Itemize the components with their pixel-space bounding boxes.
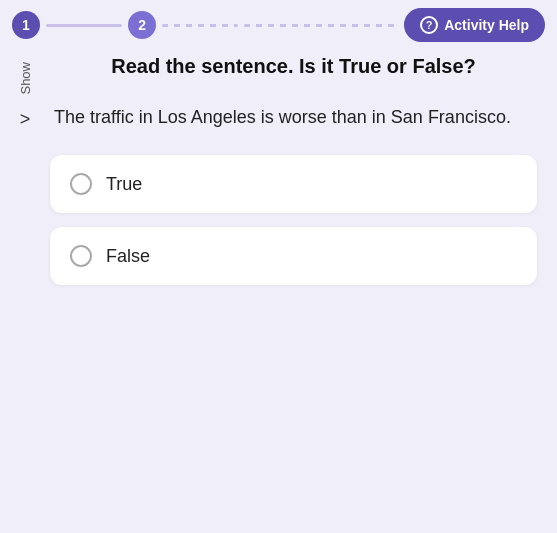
step-1-label: 1: [22, 17, 30, 33]
option-false-label: False: [106, 246, 150, 267]
sidebar: Show >: [0, 42, 50, 319]
activity-help-button[interactable]: ? Activity Help: [404, 8, 545, 42]
instruction-text: Read the sentence. Is it True or False?: [50, 52, 537, 80]
step-1-circle: 1: [12, 11, 40, 39]
progress-line-1: [46, 24, 122, 27]
option-false[interactable]: False: [50, 227, 537, 285]
show-label: Show: [18, 62, 33, 95]
question-mark-text: ?: [426, 19, 433, 31]
content-area: Read the sentence. Is it True or False? …: [50, 42, 557, 319]
progress-bar: 1 2: [12, 11, 396, 39]
step-2-label: 2: [138, 17, 146, 33]
progress-line-2: [162, 24, 238, 27]
top-bar: 1 2 ? Activity Help: [0, 0, 557, 42]
step-2-circle: 2: [128, 11, 156, 39]
option-true-label: True: [106, 174, 142, 195]
radio-false[interactable]: [70, 245, 92, 267]
chevron-label: >: [20, 109, 31, 129]
option-true[interactable]: True: [50, 155, 537, 213]
sidebar-chevron-button[interactable]: >: [16, 105, 35, 134]
sentence-text: The traffic in Los Angeles is worse than…: [50, 104, 537, 131]
main-content: Show > Read the sentence. Is it True or …: [0, 42, 557, 319]
question-icon: ?: [420, 16, 438, 34]
activity-help-label: Activity Help: [444, 17, 529, 33]
progress-line-3: [244, 24, 396, 27]
radio-true[interactable]: [70, 173, 92, 195]
